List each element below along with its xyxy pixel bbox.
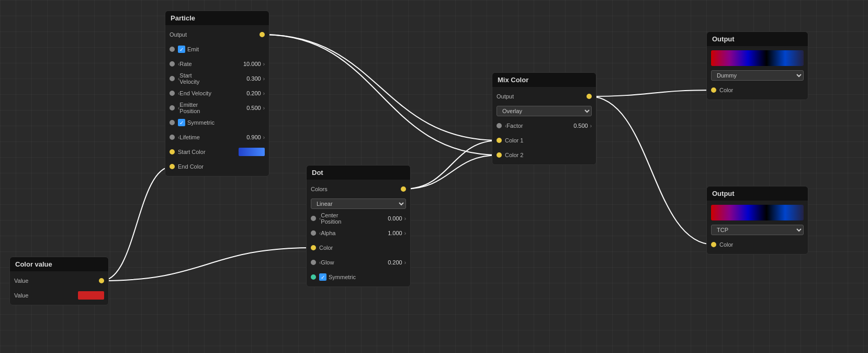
output2-color-row: Color bbox=[707, 237, 808, 252]
particle-ev-input bbox=[170, 91, 175, 96]
color-value-title: Color value bbox=[10, 257, 108, 271]
mixcolor-factor-label: Factor bbox=[506, 123, 571, 129]
particle-sv-input bbox=[170, 76, 175, 81]
particle-sv-label: StartVelocity bbox=[179, 72, 244, 85]
output1-dropdown[interactable]: Dummy bbox=[711, 70, 804, 81]
dot-sym-socket bbox=[311, 274, 316, 280]
particle-sc-label: Start Color bbox=[178, 149, 239, 155]
particle-sym-label: Symmetric bbox=[187, 119, 265, 126]
particle-rate-input bbox=[170, 61, 175, 67]
dot-alpha-right-arrow[interactable]: › bbox=[404, 230, 406, 236]
dot-glow-right-arrow[interactable]: › bbox=[404, 260, 406, 266]
particle-sym-input bbox=[170, 120, 175, 125]
color-value-output-row: Value bbox=[10, 273, 108, 288]
particle-ec-label: End Color bbox=[178, 163, 265, 170]
dot-linear-row: Linear bbox=[307, 196, 410, 211]
output1-color-row: Color bbox=[707, 83, 808, 97]
output1-title: Output bbox=[707, 32, 808, 46]
output1-dropdown-row: Dummy bbox=[707, 68, 808, 83]
particle-ep-label: EmitterPosition bbox=[179, 102, 244, 114]
mixcolor-factor-input bbox=[497, 123, 502, 128]
dot-color-label: Color bbox=[319, 245, 406, 251]
particle-output-socket[interactable] bbox=[260, 32, 265, 37]
color-value-output-label: Value bbox=[14, 278, 28, 284]
particle-end-color-row: End Color bbox=[165, 159, 269, 174]
mixcolor-color1-label: Color 1 bbox=[505, 137, 592, 144]
mixcolor-color1-row: Color 1 bbox=[492, 133, 596, 148]
particle-lt-right-arrow[interactable]: › bbox=[263, 135, 265, 140]
mixcolor-color2-label: Color 2 bbox=[505, 152, 592, 158]
mixcolor-output-row: Output bbox=[492, 89, 596, 104]
dot-glow-value: 0.200 bbox=[388, 259, 402, 266]
dot-sym-label: Symmetric bbox=[329, 274, 406, 280]
dot-alpha-value: 1.000 bbox=[388, 230, 402, 236]
mixcolor-title: Mix Color bbox=[492, 73, 596, 87]
dot-alpha-input bbox=[311, 230, 316, 236]
particle-sc-input bbox=[170, 149, 175, 155]
output2-color-socket bbox=[711, 242, 716, 247]
particle-symmetric-row: ✓ Symmetric bbox=[165, 115, 269, 130]
color-value-label: Value bbox=[14, 292, 78, 299]
dot-colors-socket[interactable] bbox=[401, 186, 406, 192]
particle-sv-right-arrow[interactable]: › bbox=[263, 76, 265, 82]
dot-cp-value: 0.000 bbox=[388, 215, 402, 222]
mixcolor-overlay-row: Overlay bbox=[492, 104, 596, 118]
output1-gradient bbox=[711, 50, 804, 66]
dot-sym-checkbox[interactable]: ✓ bbox=[319, 273, 326, 281]
particle-sv-value: 0.300 bbox=[246, 75, 261, 82]
dot-cp-right-arrow[interactable]: › bbox=[404, 216, 406, 222]
color-value-row: Value bbox=[10, 288, 108, 303]
dot-symmetric-row: ✓ Symmetric bbox=[307, 270, 410, 284]
particle-ev-label: End Velocity bbox=[179, 90, 244, 96]
particle-emitter-pos-row: ‹ EmitterPosition 0.500 › bbox=[165, 101, 269, 115]
particle-start-velocity-row: ‹ StartVelocity 0.300 › bbox=[165, 71, 269, 86]
particle-emit-row: ✓ Emit bbox=[165, 42, 269, 57]
particle-sym-checkbox[interactable]: ✓ bbox=[178, 119, 185, 126]
particle-lt-input bbox=[170, 135, 175, 140]
particle-rate-label: Rate bbox=[179, 61, 241, 67]
dot-glow-label: Glow bbox=[321, 259, 386, 266]
dot-cp-label: CenterPosition bbox=[321, 212, 386, 225]
particle-rate-right-arrow[interactable]: › bbox=[263, 61, 265, 67]
particle-lifetime-row: ‹ Lifetime 0.900 › bbox=[165, 130, 269, 145]
color-value-output-socket[interactable] bbox=[99, 278, 104, 283]
particle-ep-input bbox=[170, 105, 175, 111]
particle-lt-value: 0.900 bbox=[246, 134, 261, 140]
dot-glow-row: ‹ Glow 0.200 › bbox=[307, 255, 410, 270]
dot-center-pos-row: ‹ CenterPosition 0.000 › bbox=[307, 211, 410, 226]
output2-dropdown-row: TCP bbox=[707, 223, 808, 237]
particle-emit-label: Emit bbox=[187, 46, 265, 52]
particle-sc-swatch[interactable] bbox=[239, 148, 265, 156]
mixcolor-color2-row: Color 2 bbox=[492, 148, 596, 162]
mixcolor-color2-socket bbox=[497, 152, 502, 158]
dot-linear-dropdown[interactable]: Linear bbox=[311, 198, 406, 209]
particle-end-velocity-row: ‹ End Velocity 0.200 › bbox=[165, 86, 269, 101]
output2-gradient bbox=[711, 205, 804, 220]
particle-ec-input bbox=[170, 164, 175, 169]
color-value-swatch[interactable] bbox=[78, 291, 104, 300]
particle-ep-right-arrow[interactable]: › bbox=[263, 105, 265, 111]
dot-alpha-row: ‹ Alpha 1.000 › bbox=[307, 226, 410, 240]
particle-output-row: Output bbox=[165, 27, 269, 42]
dot-colors-label: Colors bbox=[311, 186, 328, 192]
particle-node-title: Particle bbox=[165, 11, 269, 25]
dot-color-row: Color bbox=[307, 240, 410, 255]
dot-colors-output-row: Colors bbox=[307, 182, 410, 196]
output2-title: Output bbox=[707, 186, 808, 201]
dot-node: Dot Colors Linear ‹ CenterPosition 0.000… bbox=[306, 165, 411, 287]
mixcolor-overlay-dropdown[interactable]: Overlay bbox=[497, 106, 592, 116]
dot-node-title: Dot bbox=[307, 166, 410, 180]
mixcolor-output-label: Output bbox=[497, 93, 514, 100]
particle-ev-right-arrow[interactable]: › bbox=[263, 91, 265, 96]
particle-ep-value: 0.500 bbox=[246, 105, 261, 111]
mixcolor-factor-right-arrow[interactable]: › bbox=[590, 123, 592, 129]
output1-color-socket bbox=[711, 87, 716, 93]
dot-color-socket bbox=[311, 245, 316, 250]
output2-dropdown[interactable]: TCP bbox=[711, 225, 804, 235]
particle-lt-label: Lifetime bbox=[179, 134, 244, 140]
dot-cp-input bbox=[311, 216, 316, 221]
mixcolor-output-socket[interactable] bbox=[587, 94, 592, 99]
particle-emit-input bbox=[170, 47, 175, 52]
particle-emit-checkbox[interactable]: ✓ bbox=[178, 46, 185, 53]
output2-color-label: Color bbox=[719, 241, 804, 248]
